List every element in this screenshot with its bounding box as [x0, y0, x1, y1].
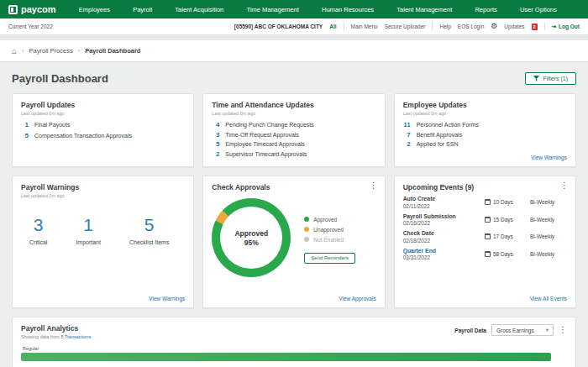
legend-dot-unapproved: [304, 227, 309, 232]
event-date: 03/31/2022: [403, 254, 485, 260]
help-link[interactable]: Help: [439, 24, 450, 29]
event-days: 15 Days: [485, 217, 530, 223]
update-count: 2: [403, 140, 411, 148]
brand-name: paycom: [21, 4, 56, 14]
transactions-link[interactable]: 5 Transactions: [60, 334, 91, 339]
legend-label: Not Enabled: [313, 237, 344, 243]
upcoming-events-card: Upcoming Events (9) ⋮ Auto Create 02/11/…: [394, 176, 576, 308]
update-count: 5: [212, 140, 219, 148]
stat-label: Checklist Items: [129, 239, 169, 245]
breadcrumb-payroll-process[interactable]: Payroll Process: [29, 47, 73, 55]
stat-label: Critical: [29, 239, 47, 245]
event-row-check-date[interactable]: Check Date 02/18/2022 17 Days Bi-Weekly: [403, 230, 567, 244]
chevron-right-icon: ›: [22, 47, 24, 55]
update-count: 3: [212, 131, 219, 139]
kebab-menu-icon[interactable]: ⋮: [560, 181, 569, 190]
view-approvals-link[interactable]: View Approvals: [339, 296, 375, 301]
event-date: 02/16/2022: [403, 220, 485, 226]
event-frequency: Bi-Weekly: [530, 251, 567, 257]
calendar-icon: [485, 233, 491, 239]
event-row-payroll-submission[interactable]: Payroll Submission 02/16/2022 15 Days Bi…: [403, 213, 567, 227]
update-label: Personnel Action Forms: [417, 122, 479, 128]
last-updated-text: Last updated 0m ago: [21, 111, 185, 116]
event-name: Auto Create: [403, 196, 485, 202]
nav-item-human-resources[interactable]: Human Resources: [322, 6, 374, 13]
legend-not-enabled: Not Enabled: [304, 237, 355, 243]
nav-item-reports[interactable]: Reports: [475, 6, 496, 13]
home-icon[interactable]: ⌂: [12, 46, 17, 55]
update-item-benefit-approvals[interactable]: 7 Benefit Approvals: [403, 131, 567, 139]
card-title: Upcoming Events (9): [403, 183, 567, 191]
send-reminders-button[interactable]: Send Reminders: [304, 253, 355, 264]
event-row-auto-create[interactable]: Auto Create 02/11/2022 10 Days Bi-Weekly: [403, 196, 567, 209]
update-item-final-payouts[interactable]: 1 Final Payouts: [21, 121, 185, 128]
view-warnings-link[interactable]: View Warnings: [149, 296, 185, 301]
paycom-logo[interactable]: paycom: [8, 4, 56, 14]
update-item-supervisor-timecards[interactable]: 2 Supervisor Timecard Approvals: [212, 150, 375, 158]
last-updated-text: Last updated 0m ago: [212, 111, 375, 116]
legend-dot-not-enabled: [304, 237, 309, 242]
update-count: 1: [21, 121, 29, 128]
main-nav: Employees Payroll Talent Acquisition Tim…: [56, 6, 580, 13]
filters-button-label: Filters (1): [543, 76, 568, 81]
update-label: Supervisor Timecard Approvals: [225, 151, 307, 157]
eos-login-link[interactable]: EOS Login: [458, 24, 484, 29]
donut-center-label: Approved: [234, 229, 268, 238]
event-name: Check Date: [403, 230, 485, 236]
log-out-button[interactable]: ⇥ Log Out: [552, 24, 580, 30]
nav-item-talent-acquisition[interactable]: Talent Acquisition: [175, 6, 223, 13]
update-item-applied-for-ssn[interactable]: 2 Applied for SSN: [403, 140, 567, 148]
nav-item-payroll[interactable]: Payroll: [133, 6, 152, 13]
payroll-analytics-card: Payroll Analytics Showing data from 5 Tr…: [12, 317, 576, 367]
update-item-punch-requests[interactable]: 4 Pending Punch Change Requests: [212, 121, 375, 128]
update-count: 7: [403, 131, 411, 139]
update-label: Benefit Approvals: [417, 132, 462, 138]
nav-item-talent-management[interactable]: Talent Management: [396, 6, 452, 13]
event-frequency: Bi-Weekly: [530, 217, 567, 223]
view-warnings-link[interactable]: View Warnings: [531, 155, 567, 160]
update-item-personnel-action-forms[interactable]: 11 Personnel Action Forms: [403, 121, 567, 128]
event-frequency: Bi-Weekly: [530, 199, 567, 205]
stat-checklist-items[interactable]: 5 Checklist Items: [129, 215, 169, 245]
event-row-quarter-end[interactable]: Quarter End 03/31/2022 58 Days Bi-Weekly: [403, 248, 567, 261]
event-name: Payroll Submission: [403, 213, 485, 219]
donut-chart: Approved 95%: [212, 198, 291, 277]
filters-button[interactable]: Filters (1): [525, 72, 576, 85]
scope-all-link[interactable]: All: [329, 24, 336, 29]
funnel-icon: [533, 76, 539, 81]
nav-item-employees[interactable]: Employees: [79, 6, 110, 13]
analytics-subtitle: Showing data from 5 Transactions: [21, 334, 91, 339]
payroll-warnings-card: Payroll Warnings Last updated 0m ago 3 C…: [12, 176, 194, 308]
stat-label: Important: [76, 239, 101, 245]
log-out-icon: ⇥: [552, 24, 556, 30]
secure-uploader-link[interactable]: Secure Uploader: [385, 24, 426, 29]
donut-center-text: Approved 95%: [234, 229, 268, 247]
event-frequency: Bi-Weekly: [530, 233, 567, 239]
nav-item-user-options[interactable]: User Options: [520, 6, 557, 13]
select-value: Gross Earnings: [496, 328, 534, 333]
calendar-icon: [485, 251, 491, 257]
stat-important[interactable]: 1 Important: [76, 215, 101, 245]
cards-row-1: Payroll Updates Last updated 0m ago 1 Fi…: [12, 93, 576, 167]
payroll-data-select[interactable]: Gross Earnings ▾: [491, 324, 554, 336]
current-year-label: Current Year 2022: [8, 24, 53, 29]
view-all-events-link[interactable]: View All Events: [530, 296, 567, 301]
kebab-menu-icon[interactable]: ⋮: [559, 326, 567, 334]
updates-link[interactable]: Updates: [504, 24, 524, 29]
kebab-menu-icon[interactable]: ⋮: [370, 181, 378, 190]
update-item-timeoff-approvals[interactable]: 3 Time-Off Request Approvals: [212, 131, 375, 139]
card-title: Employee Updates: [403, 101, 567, 109]
update-item-compensation-approvals[interactable]: 5 Compensation Transaction Approvals: [21, 132, 185, 139]
card-title: Check Approvals: [212, 183, 375, 191]
event-name-link[interactable]: Quarter End: [403, 248, 485, 254]
update-item-employee-timecards[interactable]: 5 Employee Timecard Approvals: [212, 140, 375, 148]
nav-item-time-management[interactable]: Time Management: [247, 6, 299, 13]
update-count: 4: [212, 121, 219, 128]
stat-critical[interactable]: 3 Critical: [29, 215, 47, 245]
main-menu-link[interactable]: Main Menu: [351, 24, 378, 29]
last-updated-text: Last updated 0m ago: [21, 193, 185, 198]
stat-number: 1: [76, 215, 101, 235]
chevron-right-icon: ›: [78, 47, 81, 55]
update-count: 2: [212, 150, 219, 158]
divider: [344, 23, 344, 30]
